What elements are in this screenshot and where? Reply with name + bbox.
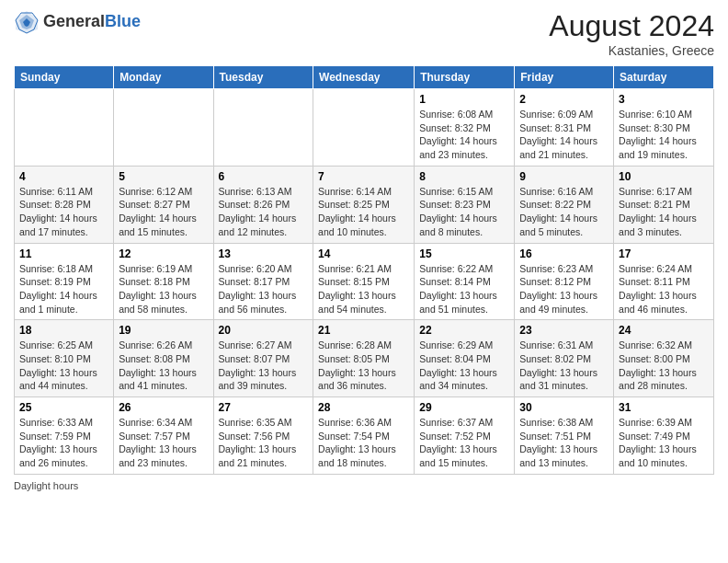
day-cell: 21Sunrise: 6:28 AM Sunset: 8:05 PM Dayli… (313, 320, 415, 397)
day-info: Sunrise: 6:13 AM Sunset: 8:26 PM Dayligh… (219, 185, 309, 239)
logo-blue: Blue (105, 12, 141, 30)
day-info: Sunrise: 6:35 AM Sunset: 7:56 PM Dayligh… (219, 416, 309, 470)
day-cell: 22Sunrise: 6:29 AM Sunset: 8:04 PM Dayli… (415, 320, 515, 397)
week-row-3: 11Sunrise: 6:18 AM Sunset: 8:19 PM Dayli… (15, 243, 714, 320)
day-cell: 17Sunrise: 6:24 AM Sunset: 8:11 PM Dayli… (614, 243, 714, 320)
day-info: Sunrise: 6:08 AM Sunset: 8:32 PM Dayligh… (419, 108, 509, 162)
day-cell: 8Sunrise: 6:15 AM Sunset: 8:23 PM Daylig… (415, 166, 515, 243)
day-number: 18 (19, 324, 108, 337)
day-info: Sunrise: 6:38 AM Sunset: 7:51 PM Dayligh… (519, 416, 609, 470)
day-info: Sunrise: 6:10 AM Sunset: 8:30 PM Dayligh… (619, 108, 709, 162)
weekday-wednesday: Wednesday (313, 66, 415, 89)
day-info: Sunrise: 6:16 AM Sunset: 8:22 PM Dayligh… (519, 185, 609, 239)
page: GeneralBlue August 2024 Kastanies, Greec… (0, 0, 728, 563)
day-info: Sunrise: 6:20 AM Sunset: 8:17 PM Dayligh… (219, 262, 309, 316)
day-cell: 25Sunrise: 6:33 AM Sunset: 7:59 PM Dayli… (15, 397, 114, 475)
logo: GeneralBlue (14, 9, 141, 35)
day-cell (213, 89, 313, 167)
day-number: 25 (19, 401, 108, 414)
day-number: 6 (219, 170, 309, 183)
day-number: 14 (318, 247, 409, 260)
day-cell: 14Sunrise: 6:21 AM Sunset: 8:15 PM Dayli… (313, 243, 415, 320)
day-number: 12 (119, 247, 208, 260)
day-info: Sunrise: 6:26 AM Sunset: 8:08 PM Dayligh… (119, 339, 208, 393)
day-number: 5 (119, 170, 208, 183)
day-number: 30 (519, 401, 609, 414)
month-year: August 2024 (549, 9, 714, 43)
day-number: 1 (419, 93, 509, 106)
day-number: 23 (519, 324, 609, 337)
logo-text: GeneralBlue (43, 13, 141, 31)
day-number: 11 (19, 247, 108, 260)
day-number: 26 (119, 401, 208, 414)
day-number: 13 (219, 247, 309, 260)
logo-icon (14, 9, 40, 35)
day-number: 10 (619, 170, 709, 183)
day-info: Sunrise: 6:19 AM Sunset: 8:18 PM Dayligh… (119, 262, 208, 316)
location: Kastanies, Greece (549, 43, 714, 58)
week-row-5: 25Sunrise: 6:33 AM Sunset: 7:59 PM Dayli… (15, 397, 714, 475)
day-number: 20 (219, 324, 309, 337)
day-cell: 18Sunrise: 6:25 AM Sunset: 8:10 PM Dayli… (15, 320, 114, 397)
day-number: 19 (119, 324, 208, 337)
day-cell: 16Sunrise: 6:23 AM Sunset: 8:12 PM Dayli… (515, 243, 614, 320)
day-number: 7 (318, 170, 409, 183)
day-number: 31 (619, 401, 709, 414)
day-info: Sunrise: 6:18 AM Sunset: 8:19 PM Dayligh… (19, 262, 108, 316)
day-info: Sunrise: 6:28 AM Sunset: 8:05 PM Dayligh… (318, 339, 409, 393)
day-number: 17 (619, 247, 709, 260)
day-cell: 9Sunrise: 6:16 AM Sunset: 8:22 PM Daylig… (515, 166, 614, 243)
week-row-4: 18Sunrise: 6:25 AM Sunset: 8:10 PM Dayli… (15, 320, 714, 397)
day-info: Sunrise: 6:22 AM Sunset: 8:14 PM Dayligh… (419, 262, 509, 316)
calendar: SundayMondayTuesdayWednesdayThursdayFrid… (14, 65, 714, 475)
day-number: 15 (419, 247, 509, 260)
day-cell: 26Sunrise: 6:34 AM Sunset: 7:57 PM Dayli… (114, 397, 213, 475)
day-info: Sunrise: 6:23 AM Sunset: 8:12 PM Dayligh… (519, 262, 609, 316)
day-cell: 6Sunrise: 6:13 AM Sunset: 8:26 PM Daylig… (213, 166, 313, 243)
weekday-saturday: Saturday (614, 66, 714, 89)
day-cell: 2Sunrise: 6:09 AM Sunset: 8:31 PM Daylig… (515, 89, 614, 167)
day-number: 8 (419, 170, 509, 183)
daylight-label: Daylight hours (14, 480, 78, 491)
day-cell (15, 89, 114, 167)
day-info: Sunrise: 6:11 AM Sunset: 8:28 PM Dayligh… (19, 185, 108, 239)
day-cell (313, 89, 415, 167)
day-number: 3 (619, 93, 709, 106)
day-number: 24 (619, 324, 709, 337)
weekday-tuesday: Tuesday (213, 66, 313, 89)
day-info: Sunrise: 6:12 AM Sunset: 8:27 PM Dayligh… (119, 185, 208, 239)
day-number: 27 (219, 401, 309, 414)
day-cell: 3Sunrise: 6:10 AM Sunset: 8:30 PM Daylig… (614, 89, 714, 167)
day-number: 21 (318, 324, 409, 337)
day-info: Sunrise: 6:21 AM Sunset: 8:15 PM Dayligh… (318, 262, 409, 316)
weekday-friday: Friday (515, 66, 614, 89)
day-cell: 28Sunrise: 6:36 AM Sunset: 7:54 PM Dayli… (313, 397, 415, 475)
day-cell: 24Sunrise: 6:32 AM Sunset: 8:00 PM Dayli… (614, 320, 714, 397)
day-info: Sunrise: 6:33 AM Sunset: 7:59 PM Dayligh… (19, 416, 108, 470)
day-cell: 29Sunrise: 6:37 AM Sunset: 7:52 PM Dayli… (415, 397, 515, 475)
day-info: Sunrise: 6:36 AM Sunset: 7:54 PM Dayligh… (318, 416, 409, 470)
day-info: Sunrise: 6:09 AM Sunset: 8:31 PM Dayligh… (519, 108, 609, 162)
week-row-1: 1Sunrise: 6:08 AM Sunset: 8:32 PM Daylig… (15, 89, 714, 167)
day-cell: 23Sunrise: 6:31 AM Sunset: 8:02 PM Dayli… (515, 320, 614, 397)
day-cell: 4Sunrise: 6:11 AM Sunset: 8:28 PM Daylig… (15, 166, 114, 243)
day-cell: 1Sunrise: 6:08 AM Sunset: 8:32 PM Daylig… (415, 89, 515, 167)
day-cell: 30Sunrise: 6:38 AM Sunset: 7:51 PM Dayli… (515, 397, 614, 475)
day-info: Sunrise: 6:39 AM Sunset: 7:49 PM Dayligh… (619, 416, 709, 470)
day-info: Sunrise: 6:17 AM Sunset: 8:21 PM Dayligh… (619, 185, 709, 239)
day-cell: 15Sunrise: 6:22 AM Sunset: 8:14 PM Dayli… (415, 243, 515, 320)
day-cell: 27Sunrise: 6:35 AM Sunset: 7:56 PM Dayli… (213, 397, 313, 475)
day-cell: 10Sunrise: 6:17 AM Sunset: 8:21 PM Dayli… (614, 166, 714, 243)
day-cell: 19Sunrise: 6:26 AM Sunset: 8:08 PM Dayli… (114, 320, 213, 397)
day-cell: 31Sunrise: 6:39 AM Sunset: 7:49 PM Dayli… (614, 397, 714, 475)
day-number: 28 (318, 401, 409, 414)
day-info: Sunrise: 6:29 AM Sunset: 8:04 PM Dayligh… (419, 339, 509, 393)
weekday-sunday: Sunday (15, 66, 114, 89)
weekday-thursday: Thursday (415, 66, 515, 89)
day-info: Sunrise: 6:34 AM Sunset: 7:57 PM Dayligh… (119, 416, 208, 470)
weekday-monday: Monday (114, 66, 213, 89)
day-info: Sunrise: 6:32 AM Sunset: 8:00 PM Dayligh… (619, 339, 709, 393)
day-cell: 5Sunrise: 6:12 AM Sunset: 8:27 PM Daylig… (114, 166, 213, 243)
day-number: 2 (519, 93, 609, 106)
day-cell: 12Sunrise: 6:19 AM Sunset: 8:18 PM Dayli… (114, 243, 213, 320)
